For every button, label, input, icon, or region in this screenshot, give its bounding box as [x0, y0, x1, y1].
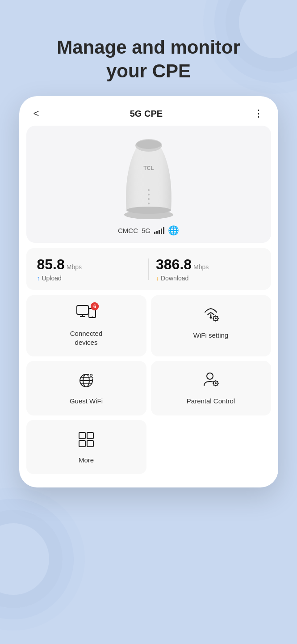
svg-line-42	[213, 385, 214, 386]
svg-rect-9	[77, 305, 88, 314]
svg-point-2	[136, 140, 161, 149]
menu-grid: 6 6 Connecteddevices	[26, 295, 271, 474]
svg-line-24	[213, 320, 214, 321]
back-button[interactable]: <	[30, 106, 43, 121]
svg-point-16	[215, 318, 217, 319]
svg-point-34	[215, 382, 217, 384]
download-value-display: 386.8 Mbps	[156, 256, 260, 273]
wifi-setting-label: WiFi setting	[193, 331, 228, 340]
svg-line-41	[218, 381, 218, 381]
svg-point-7	[148, 203, 150, 204]
guest-wifi-label: Guest WiFi	[70, 397, 103, 406]
bg-decoration-bottom-left	[0, 510, 63, 608]
svg-line-23	[218, 316, 218, 317]
hero-section: Manage and monitor your CPE	[0, 0, 297, 96]
upload-arrow-icon: ↑	[37, 275, 40, 282]
page-title: 5G CPE	[130, 109, 163, 119]
signal-info: CMCC 5G 🌐	[118, 225, 179, 236]
svg-point-13	[92, 316, 93, 317]
svg-rect-44	[87, 432, 93, 439]
svg-point-8	[126, 207, 171, 214]
network-label: 5G	[142, 227, 151, 234]
parental-control-icon	[201, 371, 221, 392]
connected-devices-label: Connecteddevices	[70, 329, 103, 347]
menu-item-more[interactable]: More	[26, 420, 146, 475]
menu-item-connected-devices[interactable]: 6 6 Connecteddevices	[26, 295, 146, 356]
download-stats: 386.8 Mbps ↓ Download	[156, 256, 260, 282]
svg-point-6	[148, 198, 150, 200]
phone-header: < 5G CPE ⋮	[19, 96, 278, 126]
svg-line-39	[213, 381, 214, 381]
download-arrow-icon: ↓	[156, 275, 159, 282]
carrier-label: CMCC	[118, 227, 138, 234]
menu-item-parental-control[interactable]: Parental Control	[151, 361, 271, 415]
device-image-area: TCL CMCC 5G	[26, 126, 271, 243]
svg-text:TCL: TCL	[143, 165, 154, 171]
hero-title: Manage and monitor your CPE	[0, 36, 297, 83]
menu-item-guest-wifi[interactable]: Guest WiFi	[26, 361, 146, 415]
svg-line-40	[218, 385, 218, 386]
svg-rect-43	[79, 432, 85, 439]
speed-divider	[148, 258, 149, 280]
speed-card: 85.8 Mbps ↑ Upload 386.8 Mbps ↓ Download	[26, 248, 271, 290]
more-label: More	[79, 456, 94, 465]
upload-stats: 85.8 Mbps ↑ Upload	[37, 256, 142, 282]
more-menu-button[interactable]: ⋮	[250, 106, 268, 121]
wifi-setting-icon	[201, 305, 221, 326]
more-icon	[76, 430, 96, 451]
upload-label: ↑ Upload	[37, 275, 142, 282]
svg-line-22	[218, 320, 218, 321]
svg-line-21	[213, 316, 214, 317]
parental-control-label: Parental Control	[187, 397, 235, 406]
svg-rect-46	[87, 441, 93, 447]
menu-item-wifi-setting[interactable]: WiFi setting	[151, 295, 271, 356]
guest-wifi-icon	[76, 371, 96, 392]
svg-rect-45	[79, 441, 85, 447]
download-label: ↓ Download	[156, 275, 260, 282]
connected-devices-badge: 6	[91, 302, 99, 310]
svg-point-32	[207, 373, 213, 379]
phone-container: < 5G CPE ⋮ TCL	[19, 96, 278, 487]
router-image: TCL	[113, 136, 184, 221]
globe-icon: 🌐	[168, 225, 179, 236]
connected-devices-icon: 6 6	[76, 305, 96, 325]
svg-point-5	[148, 194, 150, 195]
signal-bars-icon	[154, 227, 164, 234]
svg-point-14	[210, 317, 212, 319]
svg-point-4	[148, 189, 150, 191]
upload-value-display: 85.8 Mbps	[37, 256, 142, 273]
